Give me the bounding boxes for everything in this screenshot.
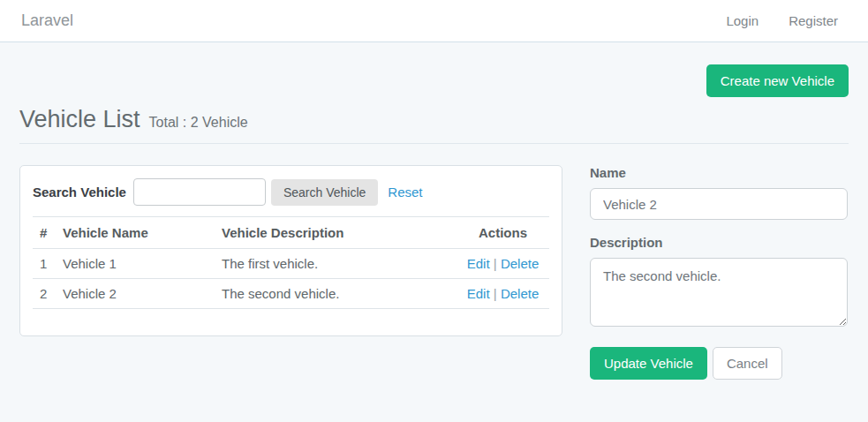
description-label: Description — [590, 235, 848, 250]
edit-vehicle-form: Name Description The second vehicle. Upd… — [590, 165, 848, 380]
brand-laravel[interactable]: Laravel — [21, 11, 73, 30]
page-container: Create new Vehicle Vehicle List Total : … — [0, 64, 868, 380]
header-divider — [19, 143, 849, 144]
top-actions-row: Create new Vehicle — [19, 64, 849, 97]
delete-link[interactable]: Delete — [501, 256, 539, 271]
header-vehicle-name: Vehicle Name — [56, 217, 215, 249]
register-link[interactable]: Register — [789, 13, 838, 28]
header-actions: Actions — [457, 217, 549, 249]
name-field-group: Name — [590, 165, 848, 220]
search-button[interactable]: Search Vehicle — [271, 179, 378, 206]
delete-link[interactable]: Delete — [501, 286, 539, 301]
search-input[interactable] — [133, 178, 266, 206]
name-label: Name — [590, 165, 848, 180]
navbar: Laravel Login Register — [0, 0, 868, 42]
table-header-row: # Vehicle Name Vehicle Description Actio… — [33, 217, 549, 249]
row-actions: Edit | Delete — [457, 279, 549, 309]
row-number: 2 — [33, 279, 56, 309]
vehicle-table: # Vehicle Name Vehicle Description Actio… — [33, 216, 549, 309]
page-header: Vehicle List Total : 2 Vehicle — [19, 106, 849, 133]
description-field-group: Description The second vehicle. — [590, 235, 848, 330]
table-row: 2 Vehicle 2 The second vehicle. Edit | D… — [33, 279, 549, 309]
action-separator: | — [494, 256, 497, 271]
row-actions: Edit | Delete — [457, 249, 549, 279]
edit-link[interactable]: Edit — [467, 286, 490, 301]
row-vehicle-name: Vehicle 1 — [56, 249, 215, 279]
edit-link[interactable]: Edit — [467, 256, 490, 271]
header-number: # — [33, 217, 56, 249]
cancel-button[interactable]: Cancel — [713, 347, 782, 380]
row-vehicle-description: The second vehicle. — [215, 279, 457, 309]
table-row: 1 Vehicle 1 The first vehicle. Edit | De… — [33, 249, 549, 279]
description-field[interactable]: The second vehicle. — [590, 258, 848, 327]
page-title: Vehicle List — [19, 106, 140, 133]
total-count-label: Total : 2 Vehicle — [149, 115, 248, 131]
create-new-vehicle-button[interactable]: Create new Vehicle — [706, 64, 849, 97]
row-vehicle-name: Vehicle 2 — [56, 279, 215, 309]
header-vehicle-description: Vehicle Description — [215, 217, 457, 249]
action-separator: | — [494, 286, 497, 301]
main-content: Search Vehicle Search Vehicle Reset # Ve… — [19, 165, 849, 380]
update-vehicle-button[interactable]: Update Vehicle — [590, 347, 707, 380]
reset-link[interactable]: Reset — [388, 185, 422, 200]
search-row: Search Vehicle Search Vehicle Reset — [33, 175, 549, 216]
row-number: 1 — [33, 249, 56, 279]
name-field[interactable] — [590, 188, 848, 220]
login-link[interactable]: Login — [726, 13, 759, 28]
form-buttons-row: Update Vehicle Cancel — [590, 347, 848, 380]
vehicle-list-card: Search Vehicle Search Vehicle Reset # Ve… — [19, 165, 562, 336]
row-vehicle-description: The first vehicle. — [215, 249, 457, 279]
search-label: Search Vehicle — [33, 185, 126, 200]
navbar-links: Login Register — [726, 13, 838, 28]
